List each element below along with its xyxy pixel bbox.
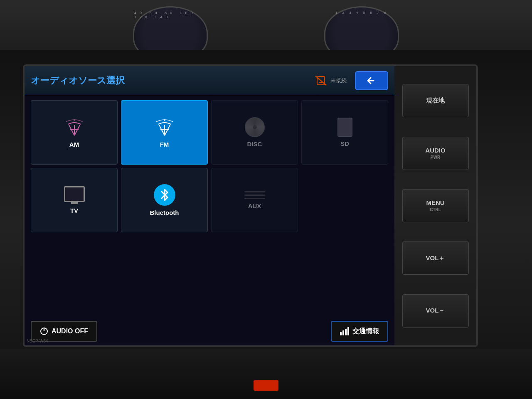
am-label: AM bbox=[69, 141, 79, 148]
source-grid: AM FM DISC bbox=[25, 95, 394, 237]
nav-unit: オーディオソース選択 未接続 bbox=[23, 64, 478, 347]
audio-pwr-button[interactable]: AUDIO PWR bbox=[402, 137, 469, 170]
connection-status: 未接続 bbox=[315, 75, 347, 86]
vol-down-label: VOL－ bbox=[426, 307, 445, 315]
am-button[interactable]: AM bbox=[31, 100, 118, 165]
traffic-button[interactable]: 交通情報 bbox=[331, 321, 388, 342]
vol-up-label: VOL＋ bbox=[426, 254, 445, 262]
aux-label: AUX bbox=[248, 202, 261, 209]
svg-rect-2 bbox=[319, 82, 323, 83]
header-bar: オーディオソース選択 未接続 bbox=[25, 66, 394, 95]
bluetooth-symbol bbox=[159, 188, 170, 202]
current-location-label: 現在地 bbox=[426, 97, 445, 105]
back-button[interactable] bbox=[355, 71, 388, 90]
svg-line-4 bbox=[69, 125, 74, 135]
bluetooth-icon bbox=[154, 184, 175, 206]
vol-down-button[interactable]: VOL－ bbox=[402, 294, 469, 328]
current-location-button[interactable]: 現在地 bbox=[402, 84, 469, 117]
phone-disconnected-icon bbox=[315, 75, 327, 86]
connection-text: 未接続 bbox=[330, 77, 347, 84]
model-label: NSCP-W64 bbox=[27, 339, 48, 343]
sd-label: SD bbox=[340, 140, 349, 147]
power-icon bbox=[40, 327, 48, 335]
disc-button[interactable]: DISC bbox=[211, 100, 298, 165]
side-buttons-panel: 現在地 AUDIO PWR MENU CTRL VOL＋ VOL－ bbox=[394, 66, 476, 345]
traffic-label: 交通情報 bbox=[352, 327, 379, 336]
audio-off-label: AUDIO OFF bbox=[52, 328, 88, 335]
bluetooth-label: Bluetooth bbox=[150, 209, 179, 216]
sd-button[interactable]: SD bbox=[301, 100, 388, 165]
back-arrow-icon bbox=[365, 76, 378, 85]
aux-icon bbox=[244, 191, 265, 199]
menu-label: MENU bbox=[426, 199, 444, 206]
bluetooth-button[interactable]: Bluetooth bbox=[121, 168, 208, 232]
screen: オーディオソース選択 未接続 bbox=[25, 66, 394, 345]
signal-icon bbox=[340, 327, 349, 335]
vol-up-button[interactable]: VOL＋ bbox=[402, 241, 469, 275]
sd-icon bbox=[337, 118, 352, 137]
svg-point-7 bbox=[74, 119, 75, 121]
red-element bbox=[254, 380, 278, 391]
fm-label: FM bbox=[160, 141, 169, 148]
tv-icon bbox=[64, 186, 85, 202]
aux-button[interactable]: AUX bbox=[211, 168, 298, 232]
svg-line-5 bbox=[74, 125, 80, 135]
screen-title: オーディオソース選択 bbox=[31, 74, 306, 87]
fm-button[interactable]: FM bbox=[121, 100, 208, 165]
car-bottom bbox=[0, 349, 532, 399]
am-tower-icon bbox=[64, 117, 85, 138]
tv-button[interactable]: TV bbox=[31, 168, 118, 232]
disc-icon bbox=[245, 117, 265, 137]
bottom-bar: AUDIO OFF 交通情報 bbox=[25, 317, 394, 345]
disc-label: DISC bbox=[247, 140, 262, 148]
audio-pwr-label: AUDIO bbox=[425, 147, 445, 154]
svg-line-10 bbox=[165, 125, 170, 135]
fm-tower-icon bbox=[154, 117, 175, 138]
tv-label: TV bbox=[70, 207, 78, 214]
menu-button[interactable]: MENU CTRL bbox=[402, 189, 469, 222]
menu-sublabel: CTRL bbox=[430, 207, 441, 212]
svg-point-12 bbox=[164, 119, 165, 121]
audio-pwr-sublabel: PWR bbox=[431, 155, 440, 160]
svg-line-9 bbox=[159, 125, 165, 135]
